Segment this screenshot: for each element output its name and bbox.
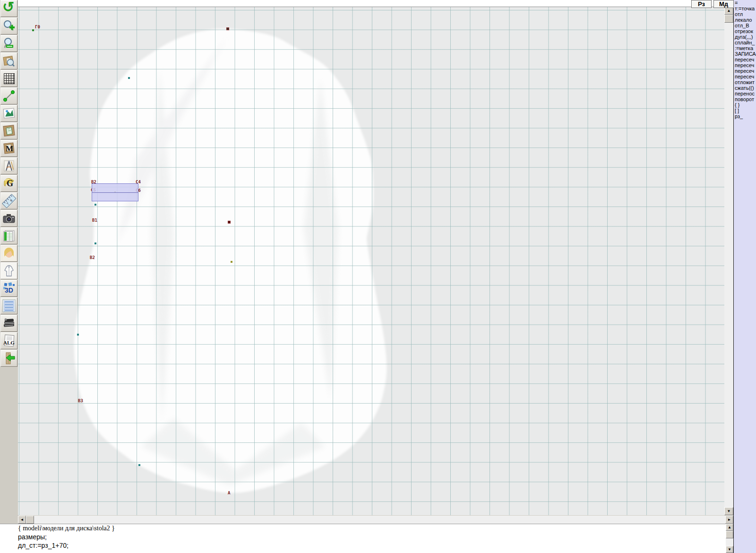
point-label-a: А <box>228 491 230 495</box>
table-icon <box>2 229 16 242</box>
image-icon <box>2 107 16 120</box>
pattern-g-icon <box>2 177 16 190</box>
command-item[interactable]: лекало <box>734 17 756 23</box>
command-item[interactable]: сжать(() <box>734 85 756 91</box>
pt-mid-lower <box>231 261 232 263</box>
pt-edge-3 <box>94 242 96 244</box>
garment-button[interactable] <box>0 262 17 279</box>
point-label-b1: В1 <box>92 218 97 223</box>
pattern-piece-button[interactable] <box>0 122 17 139</box>
zoom-out-button[interactable] <box>0 35 17 52</box>
exit-button[interactable] <box>0 350 17 367</box>
zoom-in-button[interactable] <box>0 17 17 35</box>
threed-icon <box>2 282 16 295</box>
document-list-button[interactable] <box>0 297 17 314</box>
image-button[interactable] <box>0 105 17 122</box>
command-item[interactable]: = <box>734 0 756 6</box>
command-item[interactable]: перенос <box>734 91 756 96</box>
command-item[interactable]: ЗАПИСА <box>734 51 756 57</box>
command-item[interactable]: сплайн_ <box>734 40 756 45</box>
threed-button[interactable]: 3D <box>0 280 17 297</box>
scroll-left-button[interactable]: ◄ <box>18 516 26 524</box>
rz-button[interactable]: Рз <box>691 0 712 8</box>
left-toolbar: ↺ <box>0 0 18 553</box>
preview-pattern-button[interactable] <box>0 52 17 69</box>
undo-button[interactable]: ↺ <box>0 0 17 17</box>
pattern-m-icon <box>2 142 16 155</box>
ruler-icon: 7 8 <box>2 194 16 208</box>
console-line: { modeli\модели для диска\stola2 } <box>0 524 726 533</box>
console-line: размеры; <box>0 533 726 541</box>
code-console[interactable]: { modeli\модели для диска\stola2 }размер… <box>0 524 726 553</box>
app-window: ↺ <box>0 0 756 553</box>
command-item[interactable]: т:=точка <box>734 6 756 11</box>
grid-icon <box>4 73 15 84</box>
pt-top <box>226 27 229 30</box>
document-list-icon <box>2 299 16 313</box>
scroll-right-button[interactable]: ► <box>725 516 733 524</box>
table-button[interactable] <box>0 227 17 244</box>
horizontal-scroll-thumb[interactable] <box>26 516 34 524</box>
alg-button[interactable]: ALG <box>0 332 17 349</box>
command-item[interactable]: пересеч <box>734 62 756 68</box>
selection-midline <box>92 192 138 193</box>
undo-icon: ↺ <box>2 0 14 15</box>
scroll-down-button[interactable]: ▼ <box>724 507 733 515</box>
console-scroll-up-button[interactable]: ▲ <box>726 524 733 531</box>
command-item[interactable]: пересеч <box>734 57 756 62</box>
command-item[interactable]: поворот <box>734 96 756 102</box>
top-strip <box>18 0 733 7</box>
selection-rectangle[interactable] <box>92 183 138 201</box>
zoom-out-icon <box>2 37 16 50</box>
console-line: дл_ст:=рз_1+70; <box>0 541 726 550</box>
segment-button[interactable] <box>0 87 17 104</box>
command-item[interactable]: дуга(,,,) <box>734 34 756 40</box>
console-vertical-scrollbar[interactable]: ▲ ▼ <box>726 524 733 553</box>
command-item[interactable]: отложит <box>734 79 756 85</box>
canvas-points-layer: Г0В2С4С5С6В1В2В3А <box>18 7 724 515</box>
canvas-horizontal-scrollbar[interactable]: ◄ ► <box>18 516 733 524</box>
portrait-icon <box>2 246 16 260</box>
command-item[interactable]: отл_В <box>734 23 756 28</box>
pt-edge-1 <box>128 77 130 79</box>
command-item[interactable]: { } <box>734 102 756 108</box>
books-button[interactable] <box>0 315 17 332</box>
point-label-b3: В3 <box>78 399 83 403</box>
md-button[interactable]: Мд <box>713 0 734 8</box>
pt-edge-5 <box>138 464 140 466</box>
console-scroll-down-button[interactable]: ▼ <box>726 546 733 553</box>
console-scroll-thumb[interactable] <box>726 531 733 538</box>
pattern-piece-icon <box>2 124 16 138</box>
camera-button[interactable] <box>0 210 17 227</box>
horizontal-scroll-track[interactable] <box>34 516 725 524</box>
command-item[interactable]: рз_ <box>734 113 756 119</box>
garment-icon <box>2 264 16 277</box>
pattern-m-button[interactable]: M <box>0 140 17 157</box>
pt-g0 <box>32 29 34 31</box>
camera-icon <box>2 212 16 225</box>
canvas-vertical-scrollbar[interactable]: ▲ ▼ <box>724 7 733 515</box>
segment-icon <box>2 89 16 103</box>
command-item[interactable]: :=метка <box>734 45 756 51</box>
grid-button[interactable] <box>0 70 17 87</box>
vertical-scroll-thumb[interactable] <box>724 15 733 23</box>
portrait-button[interactable] <box>0 245 17 262</box>
alg-icon <box>2 334 16 347</box>
ruler-button[interactable]: 7 8 <box>0 192 17 209</box>
command-item[interactable]: пересеч <box>734 74 756 79</box>
compass-button[interactable] <box>0 157 17 174</box>
pt-edge-4 <box>77 334 79 336</box>
books-icon <box>2 317 16 330</box>
zoom-in-icon <box>2 19 16 33</box>
command-item[interactable]: [ ] <box>734 108 756 113</box>
preview-pattern-icon <box>2 54 16 68</box>
point-label-b2: В2 <box>90 256 95 260</box>
command-item[interactable]: пересеч <box>734 68 756 74</box>
command-item[interactable]: отрезок <box>734 28 756 34</box>
compass-icon <box>2 159 16 173</box>
pattern-g-button[interactable]: G <box>0 175 17 192</box>
command-panel: =т:=точкаотллекалоотл_Вотрезокдуга(,,,)с… <box>733 0 756 553</box>
pt-edge-2 <box>94 204 96 206</box>
command-item[interactable]: отл <box>734 11 756 17</box>
drawing-canvas[interactable]: Г0В2С4С5С6В1В2В3А <box>18 7 724 515</box>
